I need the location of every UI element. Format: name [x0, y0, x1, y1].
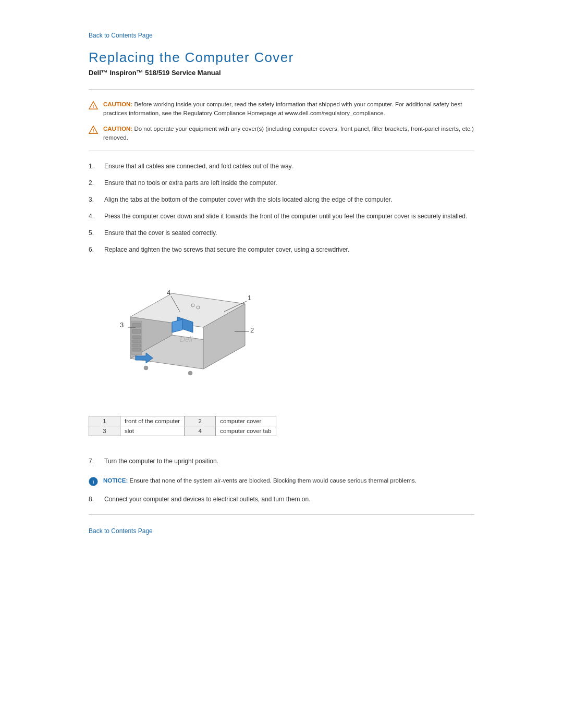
svg-text:i: i	[93, 479, 94, 485]
caution-label-1: CAUTION:	[103, 101, 132, 107]
caution-icon-2: !	[89, 125, 98, 134]
bottom-divider	[89, 514, 474, 515]
step-7: 7. Turn the computer to the upright posi…	[89, 456, 474, 466]
page-container: Back to Contents Page Replacing the Comp…	[47, 0, 516, 576]
caution-text-2: CAUTION: Do not operate your equipment w…	[103, 125, 474, 143]
svg-marker-17	[172, 319, 182, 332]
caution-content-2: Do not operate your equipment with any c…	[103, 126, 474, 141]
svg-text:2: 2	[250, 326, 254, 334]
parts-table-container: 1 front of the computer 2 computer cover…	[89, 416, 276, 436]
notice-icon: i	[89, 477, 98, 486]
svg-text:!: !	[93, 104, 94, 109]
back-link-bottom[interactable]: Back to Contents Page	[89, 527, 153, 535]
step-1: 1. Ensure that all cables are connected,…	[89, 162, 474, 171]
notice-content: Ensure that none of the system air-vents…	[129, 477, 416, 484]
svg-rect-11	[132, 336, 141, 339]
back-link-top[interactable]: Back to Contents Page	[89, 32, 153, 39]
part-label-1: front of the computer	[120, 416, 185, 426]
caution-divider	[89, 151, 474, 151]
svg-point-30	[188, 371, 192, 375]
steps-list-final: 8. Connect your computer and devices to …	[89, 495, 474, 504]
table-row-1: 1 front of the computer 2 computer cover	[89, 416, 276, 426]
caution-block-1: ! CAUTION: Before working inside your co…	[89, 100, 474, 118]
svg-text:1: 1	[248, 294, 251, 302]
step-3: 3. Align the tabs at the bottom of the c…	[89, 195, 474, 204]
svg-text:4: 4	[167, 289, 170, 297]
part-label-2: computer cover	[216, 416, 276, 426]
caution-label-2: CAUTION:	[103, 126, 132, 132]
svg-point-29	[144, 366, 148, 370]
svg-text:!: !	[93, 128, 94, 133]
part-num-4: 4	[185, 426, 216, 436]
svg-text:Dell: Dell	[180, 335, 193, 343]
steps-list-after: 7. Turn the computer to the upright posi…	[89, 456, 474, 466]
top-divider	[89, 89, 474, 90]
part-label-4: computer cover tab	[216, 426, 276, 436]
steps-list-main: 1. Ensure that all cables are connected,…	[89, 162, 474, 254]
notice-label: NOTICE:	[103, 477, 128, 484]
part-num-2: 2	[185, 416, 216, 426]
step-8: 8. Connect your computer and devices to …	[89, 495, 474, 504]
svg-rect-14	[132, 348, 141, 351]
diagram-container: Dell 1 2 3 4	[99, 265, 266, 400]
subtitle: Dell™ Inspiron™ 518/519 Service Manual	[89, 69, 474, 77]
caution-text-1: CAUTION: Before working inside your comp…	[103, 100, 474, 118]
svg-text:3: 3	[120, 321, 124, 329]
part-label-3: slot	[120, 426, 185, 436]
svg-rect-9	[132, 323, 141, 327]
step-2: 2. Ensure that no tools or extra parts a…	[89, 178, 474, 188]
step-5: 5. Ensure that the cover is seated corre…	[89, 228, 474, 238]
part-num-1: 1	[89, 416, 120, 426]
part-num-3: 3	[89, 426, 120, 436]
svg-rect-12	[132, 340, 141, 343]
step-4: 4. Press the computer cover down and sli…	[89, 212, 474, 221]
table-row-2: 3 slot 4 computer cover tab	[89, 426, 276, 436]
caution-icon-1: !	[89, 101, 98, 110]
computer-cover-diagram: Dell 1 2 3 4	[99, 265, 266, 400]
page-title: Replacing the Computer Cover	[89, 50, 474, 66]
parts-table: 1 front of the computer 2 computer cover…	[89, 416, 276, 436]
caution-content-1: Before working inside your computer, rea…	[103, 101, 462, 116]
notice-block: i NOTICE: Ensure that none of the system…	[89, 476, 474, 486]
svg-rect-13	[132, 344, 141, 347]
step-6: 6. Replace and tighten the two screws th…	[89, 245, 474, 254]
notice-text: NOTICE: Ensure that none of the system a…	[103, 476, 417, 485]
caution-block-2: ! CAUTION: Do not operate your equipment…	[89, 125, 474, 143]
svg-rect-10	[132, 329, 141, 334]
